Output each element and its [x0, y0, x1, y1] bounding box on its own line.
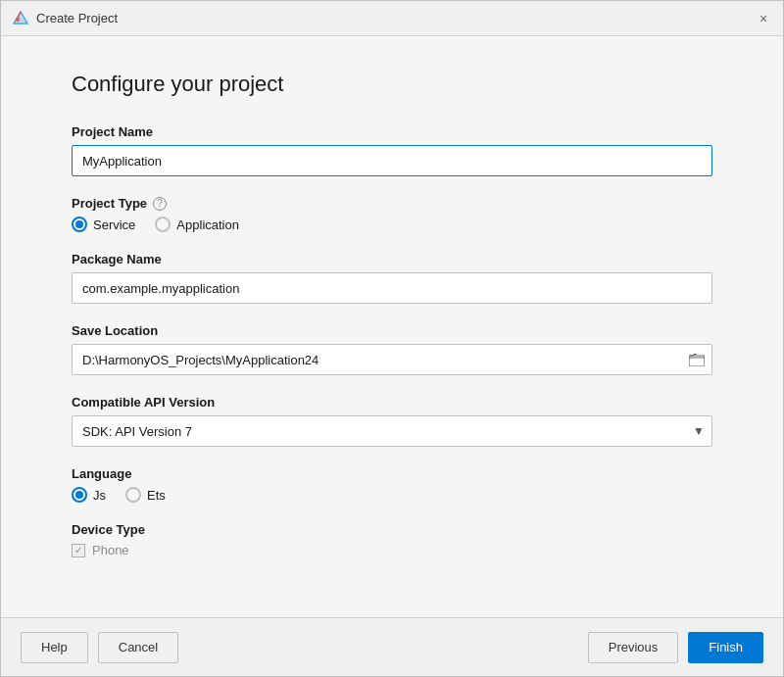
- radio-service[interactable]: Service: [72, 217, 135, 232]
- save-location-input[interactable]: [72, 344, 712, 375]
- radio-application-label: Application: [176, 218, 239, 232]
- title-bar: Create Project ×: [1, 1, 783, 36]
- radio-js-label: Js: [93, 488, 106, 503]
- app-icon: [13, 11, 28, 26]
- project-name-input[interactable]: [72, 145, 712, 176]
- language-label: Language: [72, 466, 712, 481]
- svg-point-3: [16, 18, 20, 22]
- api-version-label: Compatible API Version: [72, 395, 712, 410]
- device-type-label: Device Type: [72, 522, 712, 537]
- project-type-radio-group: Service Application: [72, 217, 712, 232]
- language-radio-group: Js Ets: [72, 487, 712, 503]
- radio-js[interactable]: Js: [72, 487, 106, 503]
- api-version-group: Compatible API Version SDK: API Version …: [72, 395, 712, 447]
- save-location-group: Save Location: [72, 323, 712, 375]
- dialog-footer: Help Cancel Previous Finish: [1, 617, 783, 676]
- project-type-group: Project Type ? Service Application: [72, 196, 712, 232]
- footer-right-buttons: Previous Finish: [588, 632, 763, 663]
- close-button[interactable]: ×: [756, 11, 771, 26]
- package-name-label: Package Name: [72, 252, 712, 266]
- phone-label: Phone: [92, 543, 129, 557]
- project-name-label: Project Name: [72, 124, 712, 139]
- dialog-content: Configure your project Project Name Proj…: [1, 36, 783, 617]
- footer-left-buttons: Help Cancel: [21, 632, 178, 663]
- language-group: Language Js Ets: [72, 466, 712, 503]
- page-title: Configure your project: [72, 72, 712, 97]
- finish-button[interactable]: Finish: [688, 632, 763, 663]
- phone-checkbox: [72, 544, 85, 557]
- radio-service-label: Service: [93, 218, 135, 232]
- help-button[interactable]: Help: [21, 632, 88, 663]
- checkbox-phone: Phone: [72, 543, 712, 557]
- device-type-group: Device Type Phone: [72, 522, 712, 557]
- radio-ets[interactable]: Ets: [125, 487, 166, 503]
- title-bar-text: Create Project: [36, 11, 118, 25]
- save-location-label: Save Location: [72, 323, 712, 338]
- cancel-button[interactable]: Cancel: [98, 632, 178, 663]
- save-location-wrapper: [72, 344, 712, 375]
- folder-icon: [689, 353, 705, 366]
- radio-application[interactable]: Application: [155, 217, 239, 232]
- radio-service-circle: [72, 217, 87, 232]
- create-project-dialog: Create Project × Configure your project …: [0, 0, 784, 677]
- title-bar-left: Create Project: [13, 11, 118, 26]
- package-name-input[interactable]: [72, 272, 712, 304]
- radio-application-circle: [155, 217, 171, 232]
- radio-ets-label: Ets: [147, 488, 166, 503]
- browse-folder-button[interactable]: [687, 351, 707, 368]
- radio-js-circle: [72, 487, 87, 503]
- previous-button[interactable]: Previous: [588, 632, 679, 663]
- radio-ets-circle: [125, 487, 141, 503]
- package-name-group: Package Name: [72, 252, 712, 304]
- project-name-group: Project Name: [72, 124, 712, 176]
- api-version-select-wrapper: SDK: API Version 7 SDK: API Version 6 SD…: [72, 415, 712, 447]
- project-type-label: Project Type ?: [72, 196, 712, 211]
- project-type-help-icon[interactable]: ?: [153, 197, 167, 211]
- api-version-select[interactable]: SDK: API Version 7 SDK: API Version 6 SD…: [72, 415, 712, 447]
